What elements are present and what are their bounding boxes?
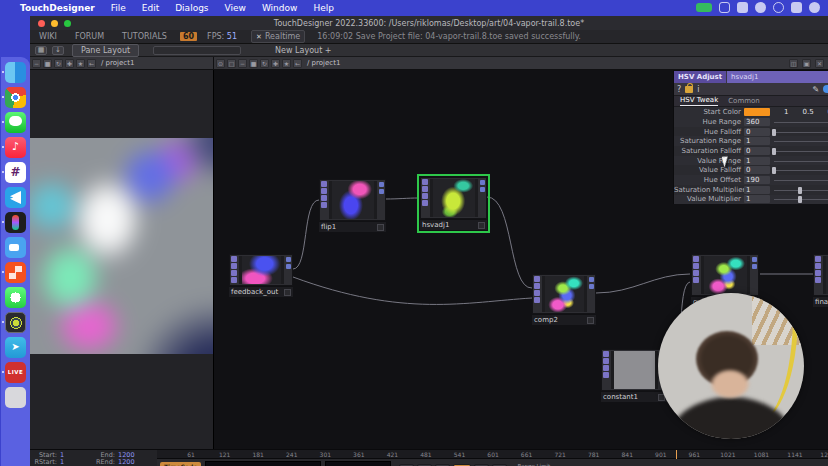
pane-maximize-icon[interactable]: ■ — [43, 59, 52, 68]
menu-item-view[interactable]: View — [217, 3, 254, 13]
realtime-toggle[interactable]: ✕Realtime — [251, 30, 305, 43]
node-flag-icons[interactable] — [814, 255, 823, 295]
pane-bookmark-icon[interactable]: ★ — [282, 59, 291, 68]
dock-icon-touchdesigner[interactable] — [5, 312, 26, 333]
slider-handle[interactable] — [772, 167, 776, 174]
menu-item-help[interactable]: Help — [305, 3, 342, 13]
param-slider[interactable] — [774, 157, 828, 165]
timecode-mode-button[interactable]: TimeCode — [160, 462, 201, 466]
node-output-connectors[interactable] — [478, 178, 486, 218]
title-bar[interactable]: TouchDesigner 2022.33600: /Users/rikloma… — [30, 16, 828, 30]
param-slider[interactable] — [774, 195, 828, 203]
pane-refresh-icon[interactable]: ↻ — [260, 59, 269, 68]
timeline-ruler[interactable]: 6112118124130136142148154160166172178184… — [157, 450, 828, 459]
layout-tabs-strip[interactable] — [153, 46, 241, 55]
dock-icon-slack[interactable]: # — [5, 162, 26, 183]
node-info-flag[interactable] — [377, 224, 384, 231]
color-value-r[interactable]: 1 — [784, 108, 788, 116]
target-fps-badge[interactable]: 60 — [180, 32, 197, 41]
node-info-flag[interactable] — [587, 317, 594, 324]
param-value-field[interactable]: 1 — [744, 195, 770, 203]
menubar-icon-5[interactable] — [791, 2, 802, 13]
frame-display[interactable]: 928 — [325, 461, 391, 466]
help-icon[interactable]: ? — [677, 85, 681, 94]
param-tab-common[interactable]: Common — [728, 97, 760, 106]
param-value-field[interactable]: 0 — [744, 128, 770, 136]
dock-icon-vscode[interactable] — [5, 187, 26, 208]
timeline-field-value[interactable]: 1 — [60, 459, 88, 466]
timeline-field-value[interactable]: 1200 — [118, 459, 148, 466]
dock-icon-zoom[interactable] — [5, 237, 26, 258]
pane-add-icon[interactable]: ✚ — [271, 59, 280, 68]
dock-icon-figma[interactable] — [5, 212, 26, 233]
param-slider[interactable] — [774, 186, 828, 194]
node-info-flag[interactable] — [478, 222, 485, 229]
node-fina[interactable]: fina — [813, 254, 828, 307]
node-output-connectors[interactable] — [750, 255, 758, 295]
top-viewer-pane[interactable] — [30, 70, 213, 449]
pane-maximize-icon[interactable]: ■ — [249, 59, 258, 68]
dock-icon-chrome[interactable] — [5, 87, 26, 108]
node-comp2[interactable]: comp2 — [532, 274, 596, 325]
param-value-field[interactable]: 1 — [744, 186, 770, 194]
menu-item-touchdesigner[interactable]: TouchDesigner — [12, 3, 103, 13]
node-flag-icons[interactable] — [320, 180, 329, 220]
slider-handle[interactable] — [772, 129, 776, 136]
pane-back-icon[interactable]: ← — [87, 59, 96, 68]
node-flip1[interactable]: flip1 — [319, 179, 386, 232]
slider-handle[interactable] — [772, 148, 776, 155]
param-value-field[interactable]: 1 — [744, 137, 770, 145]
timecode-display[interactable]: 00:00:15.27 — [205, 461, 321, 466]
param-value-field[interactable]: 0 — [744, 166, 770, 174]
node-info-flag[interactable] — [284, 289, 291, 296]
pane-back-icon[interactable]: ← — [293, 59, 302, 68]
node-output-connectors[interactable] — [587, 275, 595, 313]
menu-item-edit[interactable]: Edit — [134, 3, 167, 13]
node-flag-icons[interactable] — [533, 275, 542, 313]
control-center-icon[interactable] — [809, 2, 820, 13]
lock-icon[interactable] — [685, 86, 693, 93]
param-value-field[interactable]: 1 — [744, 157, 770, 165]
operator-name-field[interactable]: hsvadj1 — [727, 71, 828, 83]
dock-icon-notes[interactable] — [5, 387, 26, 408]
color-value-g[interactable]: 0.5 — [802, 108, 813, 116]
node-constant1[interactable]: constant1 — [601, 349, 667, 402]
color-swatch[interactable] — [744, 108, 770, 116]
param-value-field[interactable]: 190 — [744, 176, 770, 184]
pane-float-icon[interactable]: ▣ — [802, 59, 811, 68]
wiki-link[interactable]: WIKI — [30, 32, 66, 41]
pane-collapse-icon[interactable]: − — [32, 59, 41, 68]
recording-pill-icon[interactable] — [696, 3, 712, 12]
dock-icon-telegram[interactable]: ➤ — [5, 337, 26, 358]
node-flag-icons[interactable] — [602, 350, 611, 390]
param-value-field[interactable]: 0 — [744, 147, 770, 155]
menubar-icon-2[interactable] — [737, 2, 748, 13]
node-flag-icons[interactable] — [692, 255, 701, 295]
dock-icon-music[interactable]: ♪ — [5, 137, 26, 158]
dock-icon-live[interactable]: LIVE — [5, 362, 26, 383]
playhead[interactable] — [676, 450, 677, 459]
pane-refresh-icon[interactable]: ↻ — [54, 59, 63, 68]
left-pane-path[interactable]: / project1 — [101, 59, 134, 67]
param-slider[interactable] — [774, 166, 828, 174]
save-layout-icon[interactable]: ↓ — [52, 46, 64, 55]
menubar-icon-1[interactable] — [719, 2, 730, 13]
param-tab-hsv-tweak[interactable]: HSV Tweak — [680, 96, 718, 106]
dock-icon-grid-app[interactable] — [5, 262, 26, 283]
layout-grid-icon[interactable]: ▦ — [35, 46, 47, 55]
edit-expression-icon[interactable]: ✎ — [813, 85, 820, 94]
param-value-field[interactable]: 360 — [744, 118, 770, 126]
menubar-icon-3[interactable] — [755, 2, 766, 13]
param-slider[interactable] — [774, 176, 828, 184]
language-icon[interactable] — [823, 85, 828, 93]
right-pane-path[interactable]: / project1 — [307, 59, 340, 67]
dock-icon-whatsapp[interactable] — [5, 287, 26, 308]
slider-handle[interactable] — [798, 196, 802, 203]
timeline-field-value[interactable]: 1 — [60, 452, 88, 459]
node-output-connectors[interactable] — [377, 180, 385, 220]
menu-item-file[interactable]: File — [103, 3, 134, 13]
pane-split-icon[interactable]: ◫ — [789, 59, 798, 68]
node-flag-icons[interactable] — [421, 178, 430, 218]
pane-viewer-icon[interactable]: □ — [227, 59, 236, 68]
param-slider[interactable] — [774, 137, 828, 145]
